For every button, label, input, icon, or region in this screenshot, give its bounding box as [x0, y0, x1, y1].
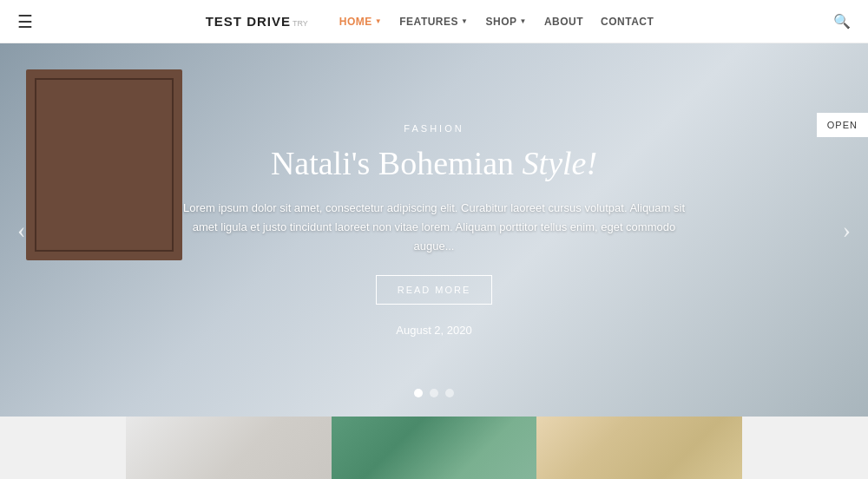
- hero-title: Natali's Bohemian Style!: [271, 144, 597, 184]
- open-panel-button[interactable]: OPEN: [817, 113, 868, 137]
- chevron-down-icon: ▼: [461, 17, 468, 25]
- hamburger-icon[interactable]: ☰: [17, 11, 33, 32]
- hero-body-text: Lorem ipsum dolor sit amet, consectetur …: [174, 199, 694, 256]
- nav-shop[interactable]: SHOP ▼: [478, 12, 533, 31]
- nav-center: TEST DRIVE TRY HOME ▼ FEATURES ▼ SHOP ▼ …: [206, 12, 661, 31]
- slider-dots: [414, 389, 454, 397]
- card-left-spacer: [0, 417, 126, 479]
- chevron-down-icon: ▼: [519, 17, 526, 25]
- slider-prev-button[interactable]: ‹: [9, 207, 34, 253]
- nav-right: 🔍: [833, 13, 851, 30]
- slider-dot-2[interactable]: [430, 389, 438, 397]
- hero-title-italic: Style!: [523, 145, 598, 181]
- nav-about[interactable]: ABOUT: [537, 12, 590, 31]
- hero-cta-button[interactable]: READ MORE: [376, 275, 493, 305]
- brand-superscript: TRY: [293, 19, 308, 28]
- hero-content: FASHION Natali's Bohemian Style! Lorem i…: [0, 43, 868, 417]
- hero-slider: OPEN ‹ FASHION Natali's Bohemian Style! …: [0, 43, 868, 417]
- brand-name: TEST DRIVE: [206, 14, 291, 29]
- card-download-bg: [126, 417, 332, 479]
- navbar: ☰ TEST DRIVE TRY HOME ▼ FEATURES ▼ SHOP …: [0, 0, 868, 43]
- cards-row: DOWNLOAD FEATURES TRY PRO VERSION: [0, 417, 868, 479]
- slider-dot-3[interactable]: [445, 389, 454, 397]
- nav-contact[interactable]: CONTACT: [594, 12, 661, 31]
- nav-features[interactable]: FEATURES ▼: [392, 12, 475, 31]
- hero-category: FASHION: [404, 123, 464, 134]
- slider-dot-1[interactable]: [414, 389, 423, 397]
- search-icon[interactable]: 🔍: [833, 13, 851, 30]
- hero-date: August 2, 2020: [396, 324, 471, 337]
- slider-next-button[interactable]: ›: [834, 207, 859, 253]
- card-features-bg: [332, 417, 537, 479]
- nav-home[interactable]: HOME ▼: [332, 12, 389, 31]
- nav-brand[interactable]: TEST DRIVE TRY: [206, 14, 308, 29]
- nav-left: ☰: [17, 11, 33, 32]
- card-pro-bg: [536, 417, 742, 479]
- card-download[interactable]: DOWNLOAD: [126, 417, 332, 479]
- card-pro[interactable]: TRY PRO VERSION: [536, 417, 742, 479]
- card-right-spacer: [742, 417, 868, 479]
- card-features[interactable]: FEATURES: [332, 417, 537, 479]
- chevron-down-icon: ▼: [375, 17, 382, 25]
- nav-items: HOME ▼ FEATURES ▼ SHOP ▼ ABOUT CONTACT: [332, 12, 661, 31]
- hero-title-plain: Natali's Bohemian: [271, 145, 523, 181]
